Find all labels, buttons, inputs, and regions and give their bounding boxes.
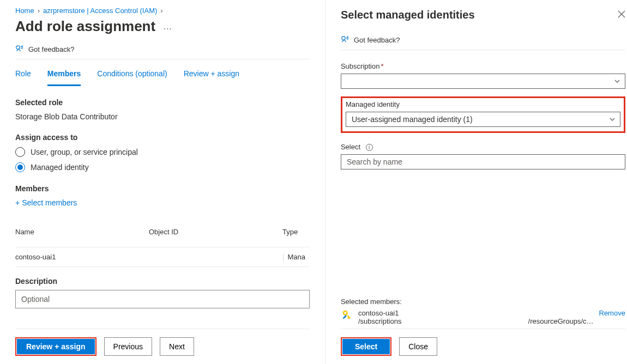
panel-feedback-label: Got feedback? (354, 36, 400, 44)
tab-role[interactable]: Role (15, 69, 31, 86)
next-button[interactable]: Next (160, 337, 194, 356)
tab-conditions[interactable]: Conditions (optional) (97, 69, 167, 86)
select-label: Select i (341, 143, 625, 151)
feedback-label: Got feedback? (28, 45, 75, 53)
member-sub-path: /subscriptions (358, 317, 401, 325)
members-label: Members (15, 184, 310, 193)
selected-member-row: contoso-uai1 /subscriptions /resourceGro… (341, 309, 625, 325)
breadcrumb-home[interactable]: Home (15, 7, 34, 15)
managed-identity-icon (341, 309, 353, 323)
highlight-managed-identity: Managed identity User-assigned managed i… (341, 96, 625, 133)
chevron-down-icon (614, 77, 620, 86)
panel-feedback-link[interactable]: Got feedback? (341, 21, 625, 50)
radio-user-group-sp[interactable] (15, 147, 25, 157)
description-input[interactable] (15, 290, 310, 308)
svg-point-1 (342, 37, 345, 40)
table-row[interactable]: contoso-uai1 |Mana (15, 247, 310, 267)
panel-title: Select managed identities (341, 9, 475, 21)
svg-point-0 (16, 46, 20, 49)
tabs: Role Members Conditions (optional) Revie… (15, 62, 310, 86)
cell-name: contoso-uai1 (15, 247, 149, 266)
member-name: contoso-uai1 (358, 309, 594, 317)
assign-access-label: Assign access to (15, 133, 310, 142)
feedback-icon (341, 35, 349, 44)
info-icon[interactable]: i (366, 144, 373, 151)
selected-role-value: Storage Blob Data Contributor (15, 112, 310, 121)
cell-type: |Mana (282, 247, 310, 266)
col-header-oid: Object ID (149, 222, 282, 241)
highlight-review-assign: Review + assign (15, 337, 97, 356)
divider (15, 59, 310, 59)
chevron-right-icon: › (160, 7, 162, 15)
radio-managed-identity[interactable] (15, 162, 25, 172)
page-title: Add role assignment (15, 18, 155, 35)
feedback-icon (15, 45, 24, 53)
selected-members-label: Selected members: (341, 298, 625, 306)
managed-identity-select[interactable]: User-assigned managed identity (1) (346, 112, 620, 127)
highlight-select: Select (341, 337, 391, 356)
members-table: Name Object ID Type contoso-uai1 |Mana (15, 217, 310, 267)
feedback-link[interactable]: Got feedback? (15, 35, 310, 59)
more-menu-icon[interactable]: … (163, 22, 172, 32)
subscription-select[interactable] (341, 74, 625, 89)
select-members-label: Select members (22, 198, 77, 207)
breadcrumb-parent[interactable]: azrpremstore | Access Control (IAM) (43, 7, 157, 15)
chevron-down-icon (609, 116, 616, 124)
radio-user-group-sp-label: User, group, or service principal (31, 148, 138, 156)
cell-oid (149, 247, 282, 266)
col-header-name: Name (15, 222, 149, 241)
chevron-right-icon: › (38, 7, 40, 15)
close-button[interactable]: Close (399, 337, 437, 356)
previous-button[interactable]: Previous (104, 337, 152, 356)
member-path-tail: /resourceGroups/c… (528, 317, 594, 325)
plus-icon: + (15, 198, 20, 207)
subscription-label: Subscription* (341, 62, 625, 70)
tab-review[interactable]: Review + assign (184, 69, 239, 86)
close-icon[interactable] (618, 10, 625, 20)
selected-role-label: Selected role (15, 98, 310, 107)
breadcrumb: Home › azrpremstore | Access Control (IA… (15, 7, 310, 15)
tab-members[interactable]: Members (47, 69, 81, 86)
divider (341, 50, 625, 50)
col-header-type: Type (282, 222, 310, 241)
managed-identity-value: User-assigned managed identity (1) (352, 115, 473, 124)
radio-managed-identity-label: Managed identity (31, 163, 89, 172)
remove-member-link[interactable]: Remove (599, 309, 625, 317)
select-members-link[interactable]: +Select members (15, 198, 310, 207)
managed-identity-label: Managed identity (346, 100, 620, 108)
description-label: Description (15, 277, 310, 286)
search-input[interactable] (341, 154, 625, 169)
select-button[interactable]: Select (342, 339, 390, 354)
review-assign-button[interactable]: Review + assign (17, 339, 95, 354)
svg-rect-3 (344, 312, 346, 314)
